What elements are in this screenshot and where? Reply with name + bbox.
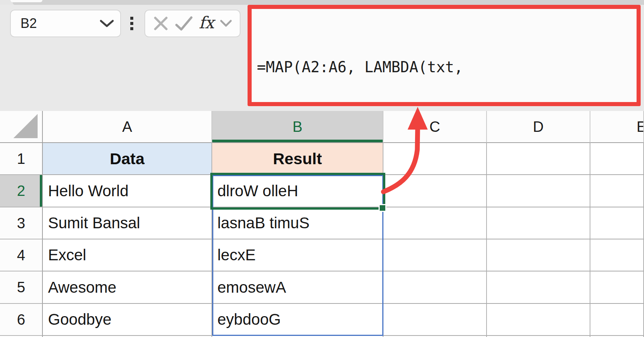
row-header-4[interactable]: 4 (0, 239, 43, 271)
cancel-icon[interactable] (153, 15, 169, 32)
cell-b3[interactable]: lasnaB timuS (212, 207, 383, 239)
cell-a6[interactable]: Goodbye (43, 304, 212, 336)
chevron-down-icon[interactable] (99, 19, 114, 28)
selected-column-underline (212, 140, 383, 142)
column-header-e[interactable]: E (590, 111, 644, 143)
cell-a1[interactable]: Data (43, 143, 212, 175)
excel-window: B2 fx =MAP(A2:A6, LAMBDA(txt, TEXTJOIN("… (0, 0, 644, 337)
row-header-1[interactable]: 1 (0, 143, 43, 175)
cell-e2[interactable] (590, 175, 644, 207)
column-header-a[interactable]: A (43, 111, 212, 143)
insert-function-icon[interactable]: fx (199, 15, 214, 31)
formula-bar-expand-chevron-icon[interactable] (220, 19, 232, 28)
name-box[interactable]: B2 (10, 10, 121, 37)
ribbon-corner-highlight (10, 0, 42, 2)
cell-d3[interactable] (487, 207, 590, 239)
row-header-3[interactable]: 3 (0, 207, 43, 239)
cell-b5[interactable]: emosewA (212, 271, 383, 304)
row-header-6[interactable]: 6 (0, 304, 43, 336)
row-header-2[interactable]: 2 (0, 175, 43, 207)
cell-c4[interactable] (383, 239, 487, 271)
name-box-value[interactable]: B2 (11, 16, 99, 31)
formula-annotation-box: =MAP(A2:A6, LAMBDA(txt, TEXTJOIN("", TRU… (248, 5, 641, 106)
cell-e6[interactable] (590, 304, 644, 336)
cell-b1[interactable]: Result (212, 143, 383, 175)
cell-c6[interactable] (383, 304, 487, 336)
cell-b2[interactable]: dlroW olleH (212, 175, 383, 207)
cell-d5[interactable] (487, 271, 590, 304)
cell-d6[interactable] (487, 304, 590, 336)
cell-b4[interactable]: lecxE (212, 239, 383, 271)
cell-a4[interactable]: Excel (43, 239, 212, 271)
cell-e5[interactable] (590, 271, 644, 304)
cell-c5[interactable] (383, 271, 487, 304)
enter-check-icon[interactable] (175, 15, 193, 32)
cell-c2[interactable] (383, 175, 487, 207)
cell-e4[interactable] (590, 239, 644, 271)
select-all-corner[interactable] (0, 111, 43, 143)
formula-bar-options-dots[interactable] (130, 17, 133, 30)
select-all-triangle-icon (0, 111, 43, 142)
cell-a5[interactable]: Awesome (43, 271, 212, 304)
formula-line: =MAP(A2:A6, LAMBDA(txt, (257, 56, 637, 78)
spreadsheet-grid: A B C D E 1 Data Result 2 (0, 111, 644, 337)
cell-c1[interactable] (383, 143, 487, 175)
column-header-d[interactable]: D (487, 111, 590, 143)
cell-a3[interactable]: Sumit Bansal (43, 207, 212, 239)
selected-row-bar (40, 175, 42, 207)
cell-d1[interactable] (487, 143, 590, 175)
cell-d2[interactable] (487, 175, 590, 207)
row-header-5[interactable]: 5 (0, 271, 43, 304)
cell-c3[interactable] (383, 207, 487, 239)
cell-e3[interactable] (590, 207, 644, 239)
cell-a2[interactable]: Hello World (43, 175, 212, 207)
formula-bar-buttons: fx (144, 10, 240, 37)
column-header-c[interactable]: C (383, 111, 487, 143)
cell-b6[interactable]: eybdooG (212, 304, 383, 336)
cell-e1[interactable] (590, 143, 644, 175)
ribbon-bottom-strip (13, 0, 644, 5)
column-header-b[interactable]: B (212, 111, 383, 143)
cell-d4[interactable] (487, 239, 590, 271)
